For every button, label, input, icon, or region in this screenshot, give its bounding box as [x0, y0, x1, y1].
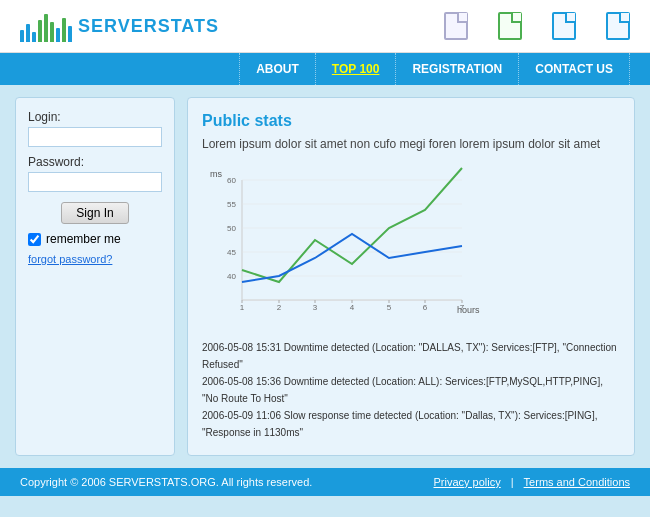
footer-links: Privacy policy | Terms and Conditions	[434, 476, 631, 488]
y-axis-label: ms	[210, 169, 222, 179]
bar-7	[56, 28, 60, 42]
content-title: Public stats	[202, 112, 620, 130]
log-entry-2: 2006-05-08 15:36 Downtime detected (Loca…	[202, 373, 620, 407]
report-icon	[552, 12, 576, 40]
chart-svg: ms hours 60 55 50 45 40	[202, 165, 482, 325]
svg-text:4: 4	[350, 303, 355, 312]
bar-1	[20, 30, 24, 42]
document-icon	[444, 12, 468, 40]
svg-text:7: 7	[460, 303, 465, 312]
svg-text:2: 2	[277, 303, 282, 312]
footer-separator: |	[511, 476, 514, 488]
spreadsheet-icon	[498, 12, 522, 40]
login-label: Login:	[28, 110, 162, 124]
remember-checkbox[interactable]	[28, 233, 41, 246]
chart-container: ms hours 60 55 50 45 40	[202, 165, 482, 325]
export-icon	[606, 12, 630, 40]
bar-6	[50, 22, 54, 42]
log-entry-3: 2006-05-09 11:06 Slow response time dete…	[202, 407, 620, 441]
password-label: Password:	[28, 155, 162, 169]
sidebar: Login: Password: Sign In remember me for…	[15, 97, 175, 456]
svg-text:3: 3	[313, 303, 318, 312]
bar-5	[44, 14, 48, 42]
svg-text:55: 55	[227, 200, 236, 209]
remember-row: remember me	[28, 232, 162, 246]
copyright-text: Copyright © 2006 SERVERSTATS.ORG. All ri…	[20, 476, 312, 488]
svg-text:45: 45	[227, 248, 236, 257]
bar-8	[62, 18, 66, 42]
svg-text:1: 1	[240, 303, 245, 312]
bar-9	[68, 26, 72, 42]
header-icon-2[interactable]	[498, 12, 522, 40]
svg-text:50: 50	[227, 224, 236, 233]
header-icon-4[interactable]	[606, 12, 630, 40]
header-icon-3[interactable]	[552, 12, 576, 40]
forgot-password-link[interactable]: forgot password?	[28, 253, 112, 265]
privacy-policy-link[interactable]: Privacy policy	[434, 476, 501, 488]
svg-text:6: 6	[423, 303, 428, 312]
log-entries: 2006-05-08 15:31 Downtime detected (Loca…	[202, 339, 620, 441]
logo-text: SERVERSTATS	[78, 16, 219, 37]
header-icons	[444, 12, 630, 40]
svg-text:5: 5	[387, 303, 392, 312]
green-line	[242, 168, 462, 282]
main: Login: Password: Sign In remember me for…	[0, 85, 650, 468]
svg-text:60: 60	[227, 176, 236, 185]
blue-line	[242, 234, 462, 282]
nav-registration[interactable]: REGISTRATION	[395, 53, 518, 85]
header-icon-1[interactable]	[444, 12, 468, 40]
logo-area: SERVERSTATS	[20, 10, 219, 42]
nav-about[interactable]: ABOUT	[239, 53, 315, 85]
bar-3	[32, 32, 36, 42]
bar-2	[26, 24, 30, 42]
sign-in-button[interactable]: Sign In	[61, 202, 128, 224]
remember-label: remember me	[46, 232, 121, 246]
footer: Copyright © 2006 SERVERSTATS.ORG. All ri…	[0, 468, 650, 496]
login-input[interactable]	[28, 127, 162, 147]
header: SERVERSTATS	[0, 0, 650, 53]
password-input[interactable]	[28, 172, 162, 192]
nav-top100[interactable]: TOP 100	[315, 53, 396, 85]
nav: ABOUT TOP 100 REGISTRATION CONTACT US	[0, 53, 650, 85]
bar-4	[38, 20, 42, 42]
logo-bars	[20, 10, 72, 42]
log-entry-1: 2006-05-08 15:31 Downtime detected (Loca…	[202, 339, 620, 373]
terms-link[interactable]: Terms and Conditions	[524, 476, 630, 488]
nav-contact[interactable]: CONTACT US	[518, 53, 630, 85]
svg-text:40: 40	[227, 272, 236, 281]
content-description: Lorem ipsum dolor sit amet non cufo megi…	[202, 136, 620, 153]
content: Public stats Lorem ipsum dolor sit amet …	[187, 97, 635, 456]
